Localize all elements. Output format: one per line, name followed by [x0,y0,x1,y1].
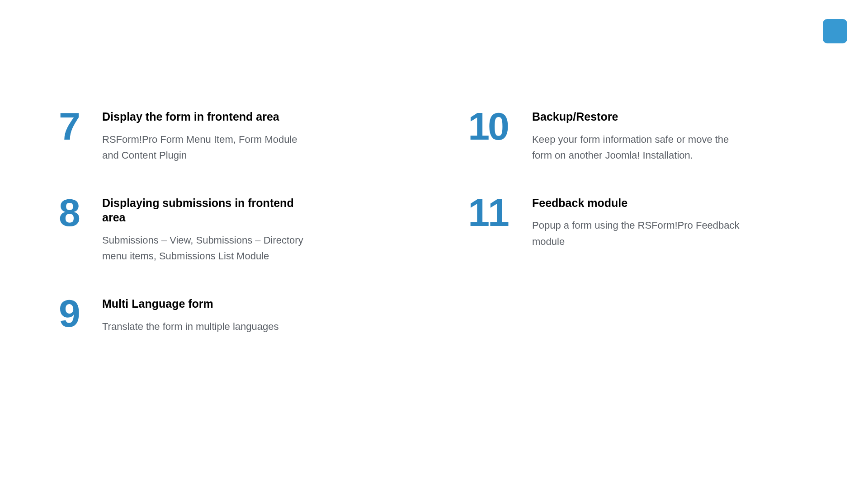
right-column: 10 Backup/Restore Keep your form informa… [461,108,823,334]
list-item: 7 Display the form in frontend area RSFo… [53,108,415,163]
item-description: RSForm!Pro Form Menu Item, Form Module a… [102,131,310,163]
item-number: 9 [53,296,85,331]
item-text: Multi Language form Translate the form i… [102,296,279,334]
item-title: Displaying submissions in frontend area [102,196,310,225]
item-text: Backup/Restore Keep your form informatio… [532,108,740,163]
list-item: 11 Feedback module Popup a form using th… [461,195,823,249]
item-number: 10 [461,108,515,144]
item-number: 8 [53,195,85,230]
item-text: Display the form in frontend area RSForm… [102,108,310,163]
list-item: 10 Backup/Restore Keep your form informa… [461,108,823,163]
list-item: 8 Displaying submissions in frontend are… [53,195,415,264]
item-number: 7 [53,108,85,144]
left-column: 7 Display the form in frontend area RSFo… [53,108,415,334]
content-columns: 7 Display the form in frontend area RSFo… [53,108,823,334]
item-number: 11 [461,195,515,230]
list-item: 9 Multi Language form Translate the form… [53,296,415,334]
item-title: Multi Language form [102,296,279,311]
item-description: Submissions – View, Submissions – Direct… [102,232,310,264]
item-description: Popup a form using the RSForm!Pro Feedba… [532,217,740,249]
item-title: Feedback module [532,196,740,211]
item-title: Display the form in frontend area [102,109,310,124]
item-title: Backup/Restore [532,109,740,124]
corner-decoration-icon [823,19,847,43]
item-description: Translate the form in multiple languages [102,319,279,334]
item-description: Keep your form information safe or move … [532,131,740,163]
item-text: Displaying submissions in frontend area … [102,195,310,264]
item-text: Feedback module Popup a form using the R… [532,195,740,249]
